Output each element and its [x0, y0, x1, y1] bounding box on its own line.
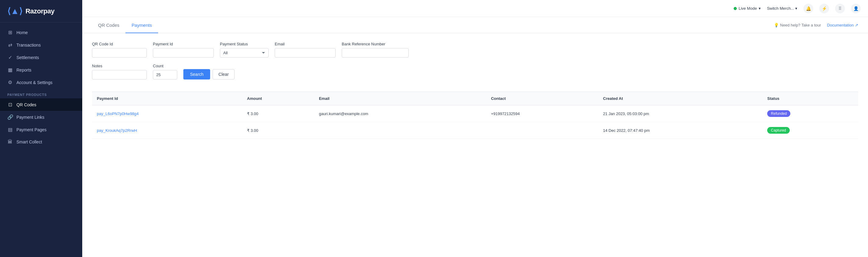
live-mode-label: Live Mode	[739, 6, 757, 11]
switch-merch-chevron: ▾	[795, 6, 797, 11]
table-row: pay_L6oPN7p0Hw98g4 ₹ 3.00 gauri.kumari@e…	[92, 105, 858, 122]
main-content: Live Mode ▾ Switch Merch... ▾ 🔔 ⚡ ⠿ 👤 QR…	[82, 0, 868, 257]
grid-icon: ⠿	[838, 6, 841, 11]
topbar: Live Mode ▾ Switch Merch... ▾ 🔔 ⚡ ⠿ 👤	[82, 0, 868, 17]
home-icon: ⊞	[7, 30, 13, 35]
sidebar-item-label-qr-codes: QR Codes	[17, 102, 36, 107]
payment-id-cell-1: pay_L6oPN7p0Hw98g4	[92, 105, 242, 122]
email-cell-2	[314, 122, 486, 139]
table-area: Payment Id Amount Email Contact Created …	[82, 92, 868, 149]
email-cell-1: gauri.kumari@example.com	[314, 105, 486, 122]
settlements-icon: ✓	[7, 55, 13, 60]
amount-cell-1: ₹ 3.00	[242, 105, 314, 122]
sidebar-item-label-home: Home	[17, 30, 28, 35]
table-row: pay_KroukAq7p2RrwH ₹ 3.00 14 Dec 2022, 0…	[92, 122, 858, 139]
sidebar-item-settlements[interactable]: ✓ Settlements	[0, 51, 82, 64]
count-group: Count	[153, 64, 177, 79]
payment-products-section-label: PAYMENT PRODUCTS	[0, 89, 82, 98]
switch-merch-label: Switch Merch...	[767, 6, 794, 11]
qr-code-id-input[interactable]	[92, 48, 147, 58]
col-created-at: Created At	[598, 92, 762, 105]
sidebar-item-smart-collect[interactable]: 🏛 Smart Collect	[0, 136, 82, 148]
user-menu-button[interactable]: 👤	[851, 4, 861, 13]
documentation-link[interactable]: Documentation ↗	[827, 23, 858, 27]
created-at-cell-2: 14 Dec 2022, 07:47:40 pm	[598, 122, 762, 139]
notes-input[interactable]	[92, 70, 147, 79]
sidebar-item-label-transactions: Transactions	[17, 43, 41, 47]
contact-cell-1: +919972132594	[486, 105, 598, 122]
sidebar-item-payment-links[interactable]: 🔗 Payment Links	[0, 111, 82, 123]
sidebar-item-label-payment-pages: Payment Pages	[17, 127, 46, 132]
qr-codes-icon: ⊡	[7, 102, 13, 107]
user-icon: 👤	[854, 6, 859, 11]
take-a-tour-link[interactable]: 💡 Need help? Take a tour	[774, 23, 821, 27]
amount-cell-2: ₹ 3.00	[242, 122, 314, 139]
payment-links-icon: 🔗	[7, 114, 13, 120]
payment-status-group: Payment Status All Captured Refunded Fai…	[220, 42, 269, 58]
logo-area: ⟨▲⟩ Razorpay	[0, 0, 82, 23]
page-content: QR Codes Payments 💡 Need help? Take a to…	[82, 17, 868, 257]
notes-group: Notes	[92, 64, 147, 79]
payment-id-group: Payment Id	[153, 42, 214, 58]
payment-id-label: Payment Id	[153, 42, 214, 46]
sidebar-item-label-smart-collect: Smart Collect	[17, 139, 42, 144]
transactions-icon: ⇄	[7, 42, 13, 48]
sidebar-item-home[interactable]: ⊞ Home	[0, 26, 82, 39]
col-payment-id: Payment Id	[92, 92, 242, 105]
external-link-icon: ↗	[855, 23, 858, 27]
switch-merchant-button[interactable]: Switch Merch... ▾	[767, 6, 797, 11]
payments-table: Payment Id Amount Email Contact Created …	[92, 92, 858, 139]
payment-id-input[interactable]	[153, 48, 214, 58]
pulse-button[interactable]: ⚡	[819, 4, 829, 13]
status-cell-1: Refunded	[762, 105, 858, 122]
contact-cell-2	[486, 122, 598, 139]
logo-text: Razorpay	[26, 7, 55, 15]
sidebar-item-transactions[interactable]: ⇄ Transactions	[0, 39, 82, 51]
tabs-right: 💡 Need help? Take a tour Documentation ↗	[774, 23, 858, 27]
smart-collect-icon: 🏛	[7, 139, 13, 144]
help-icon: 💡	[774, 23, 779, 27]
email-label: Email	[275, 42, 336, 46]
sidebar-item-payment-pages[interactable]: ▤ Payment Pages	[0, 123, 82, 136]
clear-button[interactable]: Clear	[213, 69, 234, 79]
count-label: Count	[153, 64, 177, 68]
search-clear-group: Search Clear	[183, 69, 235, 79]
status-badge-2: Captured	[767, 127, 789, 134]
tab-qr-codes[interactable]: QR Codes	[92, 17, 125, 33]
settings-icon: ⚙	[7, 79, 13, 85]
notifications-button[interactable]: 🔔	[803, 4, 813, 13]
logo-icon: ⟨▲⟩	[7, 6, 23, 16]
payment-pages-icon: ▤	[7, 127, 13, 132]
search-button[interactable]: Search	[183, 69, 210, 79]
sidebar-item-qr-codes[interactable]: ⊡ QR Codes	[0, 98, 82, 111]
sidebar-nav: ⊞ Home ⇄ Transactions ✓ Settlements ▦ Re…	[0, 23, 82, 257]
qr-code-id-group: QR Code Id	[92, 42, 147, 58]
payment-status-select[interactable]: All Captured Refunded Failed Created	[220, 48, 269, 58]
table-header: Payment Id Amount Email Contact Created …	[92, 92, 858, 105]
col-status: Status	[762, 92, 858, 105]
sidebar-item-label-settlements: Settlements	[17, 55, 39, 60]
payment-id-link-2[interactable]: pay_KroukAq7p2RrwH	[97, 128, 137, 133]
col-email: Email	[314, 92, 486, 105]
status-badge-1: Refunded	[767, 110, 790, 117]
email-input[interactable]	[275, 48, 336, 58]
table-body: pay_L6oPN7p0Hw98g4 ₹ 3.00 gauri.kumari@e…	[92, 105, 858, 139]
created-at-cell-1: 21 Jan 2023, 05:03:00 pm	[598, 105, 762, 122]
payment-id-cell-2: pay_KroukAq7p2RrwH	[92, 122, 242, 139]
sidebar-item-account-settings[interactable]: ⚙ Account & Settings	[0, 76, 82, 89]
qr-code-id-label: QR Code Id	[92, 42, 147, 46]
sidebar-item-reports[interactable]: ▦ Reports	[0, 64, 82, 76]
apps-grid-button[interactable]: ⠿	[835, 4, 845, 13]
tab-payments[interactable]: Payments	[125, 17, 158, 33]
live-mode-chevron: ▾	[759, 6, 761, 11]
col-contact: Contact	[486, 92, 598, 105]
filter-row-2: Notes Count Search Clear	[92, 64, 858, 79]
bank-ref-input[interactable]	[342, 48, 409, 58]
payment-id-link-1[interactable]: pay_L6oPN7p0Hw98g4	[97, 111, 138, 116]
table-header-row: Payment Id Amount Email Contact Created …	[92, 92, 858, 105]
sidebar-item-label-reports: Reports	[17, 68, 31, 72]
live-mode-toggle[interactable]: Live Mode ▾	[734, 6, 761, 11]
col-amount: Amount	[242, 92, 314, 105]
filter-area: QR Code Id Payment Id Payment Status All…	[82, 33, 868, 92]
count-input[interactable]	[153, 70, 177, 79]
